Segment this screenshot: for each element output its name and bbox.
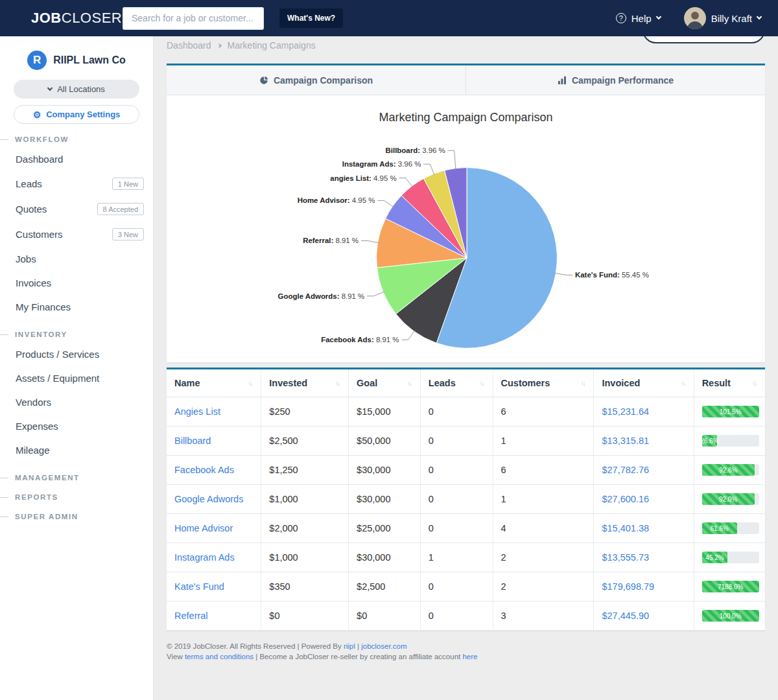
sidebar-item-products-services[interactable]: Products / Services [0,342,153,366]
sidebar-section-management[interactable]: MANAGEMENT [0,474,153,482]
cell-invested: $2,000 [269,523,298,533]
column-header-goal[interactable]: Goal↑↓ [349,369,421,397]
result-percentage: 7188.0% [718,583,743,590]
company-logo: R [27,51,47,70]
cell-customers: 1 [501,436,506,446]
campaign-name-link[interactable]: Referral [174,611,208,621]
affiliate-here-link[interactable]: here [462,653,477,660]
sidebar-section-inventory[interactable]: INVENTORY [0,331,153,338]
campaign-name-link[interactable]: Facebook Ads [174,465,234,475]
invoiced-link[interactable]: $15,401.38 [602,523,649,533]
campaign-name-link[interactable]: Billboard [174,436,211,446]
settings-label: Company Settings [46,110,120,119]
sort-icon[interactable]: ↑↓ [248,380,253,387]
campaign-name-link[interactable]: Kate's Fund [174,581,224,592]
invoiced-link[interactable]: $27,600.16 [602,494,649,504]
count-badge: 1 New [112,178,144,190]
column-label: Name [174,378,200,388]
label-connector [448,150,456,169]
campaign-table: Name↑↓Invested↑↓Goal↑↓Leads↑↓Customers↑↓… [167,369,765,631]
terms-link[interactable]: terms and conditions [185,653,253,660]
sidebar: R RIIPL Lawn Co All Locations ⚙ Company … [0,36,154,700]
sidebar-item-label: Assets / Equipment [16,373,99,384]
sidebar-item-label: Invoices [16,277,51,288]
tab-campaign-comparison[interactable]: Campaign Comparison [167,65,466,95]
result-percentage: 92.0% [719,496,737,503]
locations-label: All Locations [57,84,105,94]
pie-label: Billboard: 3.96 % [386,146,445,154]
sidebar-section-super-admin[interactable]: SUPER ADMIN [0,513,153,520]
user-name: Billy Kraft [711,13,752,24]
user-menu[interactable]: Billy Kraft [684,7,761,29]
campaign-name-link[interactable]: Instagram Ads [174,552,235,563]
column-header-leads[interactable]: Leads↑↓ [420,369,493,397]
column-label: Customers [501,378,550,388]
column-header-invested[interactable]: Invested↑↓ [261,369,349,397]
chart-title: Marketing Campaign Comparison [167,95,765,124]
sidebar-item-assets-equipment[interactable]: Assets / Equipment [0,366,153,390]
footer-line1: © 2019 JobCloser. All Rights Reserved | … [167,641,765,651]
locations-dropdown[interactable]: All Locations [14,80,139,99]
app-logo[interactable]: JOBCLOSER [0,10,123,27]
sort-icon[interactable]: ↑↓ [335,380,340,387]
cell-leads: 0 [429,611,434,621]
sidebar-item-jobs[interactable]: Jobs [0,247,153,271]
sidebar-section-workflow[interactable]: WORKFLOW [0,135,153,143]
cell-leads: 0 [429,523,434,533]
campaign-name-link[interactable]: Angies List [174,406,220,417]
sidebar-item-expenses[interactable]: Expenses [0,414,153,438]
sidebar-item-my-finances[interactable]: My Finances [0,295,153,319]
campaign-name-link[interactable]: Google Adwords [174,494,243,504]
avatar[interactable] [684,7,706,29]
breadcrumb-dashboard[interactable]: Dashboard [167,40,211,51]
top-navbar: JOBCLOSER What's New? ? Help Billy Kraft [0,0,778,36]
invoiced-link[interactable]: $179,698.79 [602,581,654,592]
invoiced-link[interactable]: $13,555.73 [602,552,649,563]
chevron-down-icon [655,14,661,19]
column-header-invoiced[interactable]: Invoiced↑↓ [594,369,694,397]
cell-goal: $2,500 [357,581,385,592]
company-settings-button[interactable]: ⚙ Company Settings [14,105,139,124]
riipl-link[interactable]: riipl [344,642,355,650]
sort-icon[interactable]: ↑↓ [407,380,412,387]
pie-label: Referral: 8.91 % [303,237,359,244]
sidebar-item-quotes[interactable]: Quotes8 Accepted [0,196,153,222]
sidebar-item-leads[interactable]: Leads1 New [0,171,153,196]
invoiced-link[interactable]: $15,231.64 [602,406,649,417]
jobcloser-link[interactable]: jobcloser.com [361,642,407,650]
sidebar-item-customers[interactable]: Customers3 New [0,222,153,247]
sidebar-item-invoices[interactable]: Invoices [0,271,153,295]
sidebar-item-label: Vendors [16,397,51,408]
campaign-name-link[interactable]: Home Advisor [174,523,233,533]
invoiced-link[interactable]: $27,782.76 [602,465,649,475]
sidebar-section-reports[interactable]: REPORTS [0,493,153,501]
column-header-result[interactable]: Result↑↓ [694,369,765,397]
label-connector [399,178,413,187]
breadcrumb-current: Marketing Campaigns [228,40,316,51]
avatar-image [684,7,706,29]
table-row: Facebook Ads$1,250$30,00006$27,782.7692.… [167,456,765,485]
invoiced-link[interactable]: $27,445.90 [602,611,649,621]
sort-icon[interactable]: ↑↓ [752,380,757,387]
sidebar-item-label: Leads [16,178,42,189]
help-menu[interactable]: ? Help [616,13,661,24]
search-input[interactable] [123,7,264,30]
label-connector [402,331,415,340]
pie-label: Instagram Ads: 3.96 % [342,160,421,168]
sort-icon[interactable]: ↑↓ [681,380,686,387]
sidebar-item-mileage[interactable]: Mileage [0,438,153,462]
breadcrumb: Dashboard Marketing Campaigns [167,40,316,51]
column-header-name[interactable]: Name↑↓ [167,369,261,397]
sidebar-item-label: Customers [16,229,63,240]
sort-icon[interactable]: ↑↓ [480,380,485,387]
whats-new-button[interactable]: What's New? [279,8,343,28]
sidebar-item-dashboard[interactable]: Dashboard [0,147,153,171]
tab-campaign-performance[interactable]: Campaign Performance [466,65,765,95]
column-header-customers[interactable]: Customers↑↓ [493,369,594,397]
invoiced-link[interactable]: $13,315.81 [602,436,649,446]
cell-customers: 2 [501,552,506,563]
result-percentage: 92.6% [719,467,737,474]
sidebar-item-vendors[interactable]: Vendors [0,390,153,414]
label-connector [554,273,572,275]
sort-icon[interactable]: ↑↓ [580,380,585,387]
